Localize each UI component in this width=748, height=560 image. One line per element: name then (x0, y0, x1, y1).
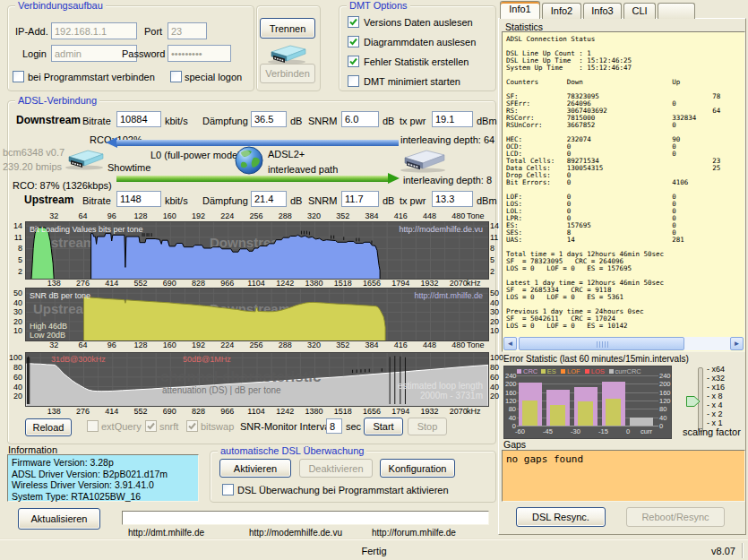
tab-cli[interactable]: CLI (623, 3, 656, 19)
dsl-resync-button[interactable]: DSL Resync. (516, 507, 606, 527)
us-bitrate-label: Bitrate (82, 195, 111, 206)
svg-text:estimated loop length: estimated loop length (398, 381, 483, 391)
ds-txpwr-input[interactable] (432, 111, 473, 127)
config-button[interactable]: Konfiguration (380, 459, 455, 478)
reboot-resync-button[interactable]: Reboot/Resync (626, 507, 725, 527)
statusbar-divider (742, 543, 743, 558)
snrft-checkbox[interactable] (145, 420, 157, 432)
connect-button[interactable]: Verbinden (260, 64, 315, 83)
special-logon-checkbox[interactable] (170, 71, 182, 82)
disconnect-button[interactable]: Trennen (260, 18, 315, 39)
adsl-panel-title: ADSL-Verbindung (15, 95, 99, 106)
statistics-hscrollbar[interactable]: ◄ ► (503, 337, 744, 350)
svg-text:50dB@1MHz: 50dB@1MHz (183, 355, 231, 364)
scroll-left-icon[interactable]: ◄ (503, 337, 517, 350)
minimized-checkbox[interactable] (348, 75, 359, 87)
error-statistic-chart: 0040408080120120160160200200240240-60-45… (503, 366, 672, 439)
ip-label: IP-Add. (15, 26, 48, 37)
bitloading-chart: UpstreamDownstreamBit Loading Values bit… (25, 221, 489, 280)
errorstat-checkbox[interactable] (348, 56, 359, 67)
ds-snrm-label: SNRM (308, 116, 337, 126)
system-type: System Type: RTA1025BW_16 (8, 491, 198, 503)
check-icon (348, 17, 358, 27)
ds-attn-input[interactable] (251, 111, 287, 127)
globe-icon (234, 145, 264, 179)
link-dmt[interactable]: http://dmt.mhilfe.de (128, 528, 204, 538)
us-attn-input[interactable] (251, 191, 287, 207)
connection-panel-title: Verbindungsaufbau (15, 0, 106, 11)
us-attn-label: Dämpfung (202, 195, 248, 206)
refresh-button[interactable]: Aktualisieren (18, 508, 100, 530)
monitoring-autostart-checkbox[interactable] (222, 484, 234, 495)
svg-text:channel characteristic: channel characteristic (160, 368, 322, 385)
statistics-text: ADSL Connection Status DSL Line Up Count… (503, 32, 744, 330)
us-txpwr-unit: dBm (477, 195, 497, 206)
us-bitrate-input[interactable] (116, 191, 161, 207)
start-button[interactable]: Start (364, 418, 403, 435)
link-modemhilfe[interactable]: http://modemhilfe.de.vu (249, 528, 342, 538)
us-txpwr-input[interactable] (432, 191, 473, 207)
svg-text:SNR dB per tone: SNR dB per tone (30, 291, 90, 300)
deactivate-button[interactable]: Deaktivieren (299, 459, 373, 478)
tab-info2[interactable]: Info2 (542, 3, 581, 19)
bitswap-checkbox[interactable] (186, 420, 198, 432)
interval-input[interactable] (326, 418, 342, 434)
versions-checkbox[interactable] (348, 16, 359, 28)
showtime-label: Showtime (107, 162, 150, 173)
stop-button[interactable]: Stop (408, 418, 447, 435)
check-icon (187, 421, 197, 431)
path-label: interleaved path (268, 164, 338, 175)
errorstat-checkbox-label: Fehler Statistik erstellen (364, 56, 469, 67)
gaps-label: Gaps (503, 439, 526, 450)
us-rco-label: RCO: 87% (1326kbps) (13, 180, 112, 191)
us-snrm-unit: dB (383, 195, 394, 206)
tab-blank[interactable] (658, 3, 695, 19)
error-statistic-label: Error Statistic (last 60 minutes/15min.i… (503, 354, 689, 365)
reload-button[interactable]: Reload (25, 418, 72, 436)
diagram-checkbox-label: Diagrammdaten auslesen (364, 37, 476, 47)
extquery-checkbox[interactable] (87, 420, 99, 432)
check-icon (348, 56, 358, 66)
ds-bitrate-input[interactable] (116, 111, 161, 127)
dmt-options-title: DMT Options (347, 0, 410, 11)
svg-text:31dB@300kHz: 31dB@300kHz (51, 355, 106, 364)
tab-info1[interactable]: Info1 (500, 1, 540, 19)
firmware-version: Firmware Version: 3.28p (8, 455, 198, 469)
ds-interleaving-label: interleaving depth: 64 (400, 134, 494, 145)
svg-text:Bit Loading Values bits per: Bit Loading Values bits per tone (30, 225, 142, 234)
scroll-right-icon[interactable]: ► (730, 337, 744, 350)
scaling-slider-pointer-icon[interactable] (686, 394, 701, 410)
extquery-label: extQuery (101, 421, 142, 432)
special-logon-checkbox-label: special logon (185, 72, 242, 82)
link-forum[interactable]: http://forum.mhilfe.de (372, 528, 456, 538)
activate-button[interactable]: Aktivieren (219, 459, 291, 478)
us-snrm-input[interactable] (341, 191, 379, 207)
ds-bitrate-unit: kbit/s (165, 116, 188, 126)
us-snrm-label: SNRM (308, 195, 337, 206)
snrft-label: snrft (159, 421, 178, 432)
autostart-checkbox[interactable] (13, 71, 24, 82)
dslam-icon (398, 146, 448, 177)
ds-snrm-unit: dB (383, 116, 394, 126)
minimized-checkbox-label: DMT minimiert starten (364, 76, 460, 87)
us-attn-unit: dB (290, 195, 302, 206)
password-input[interactable] (168, 45, 231, 62)
ds-attn-label: Dämpfung (202, 116, 248, 126)
ds-bitrate-label: Bitrate (82, 116, 111, 126)
ds-snrm-input[interactable] (341, 111, 379, 127)
ip-input[interactable] (51, 22, 137, 39)
port-label: Port (144, 26, 162, 37)
diagram-checkbox[interactable] (348, 36, 359, 47)
scroll-thumb[interactable] (519, 337, 684, 350)
information-box: Firmware Version: 3.28p ADSL Driver Vers… (7, 454, 199, 502)
gaps-text: no gaps found (503, 451, 744, 468)
tab-info3[interactable]: Info3 (583, 3, 622, 19)
adsl-mode-label: ADSL2+ (268, 149, 305, 159)
interval-label: SNR-Monitor Interval: (240, 421, 335, 432)
port-input[interactable] (168, 22, 207, 39)
svg-text:http://dmt.mhilfe.de: http://dmt.mhilfe.de (414, 291, 483, 300)
statistics-box: ADSL Connection Status DSL Line Up Count… (502, 31, 745, 352)
message-field[interactable] (122, 511, 489, 525)
upstream-label: Upstream (24, 194, 73, 205)
check-icon (348, 37, 358, 47)
